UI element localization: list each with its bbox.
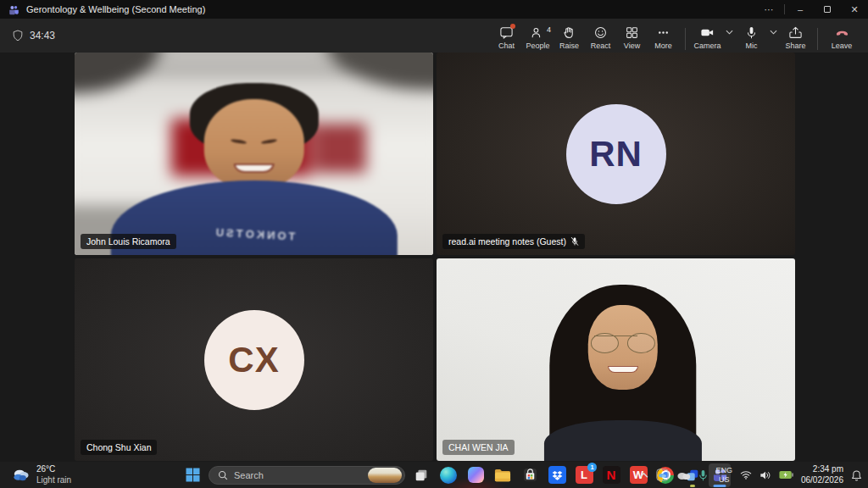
folder-icon xyxy=(494,468,511,483)
titlebar-divider xyxy=(784,4,785,14)
cloud-app-tray-icon[interactable] xyxy=(656,469,669,481)
react-button[interactable]: React xyxy=(585,22,616,50)
netflix-glyph: N xyxy=(603,466,620,484)
participant-video-person xyxy=(437,258,795,461)
language-line2: US xyxy=(715,475,732,485)
file-explorer-icon[interactable] xyxy=(492,463,514,487)
weather-temp: 26°C xyxy=(36,464,71,475)
maximize-button[interactable] xyxy=(814,0,841,19)
start-button[interactable] xyxy=(181,463,203,487)
meeting-stage: TONKOTSU John Louis Ricamora RN read.ai … xyxy=(0,53,868,462)
copilot-icon[interactable] xyxy=(465,463,487,487)
view-button[interactable]: View xyxy=(616,22,648,50)
mic-label: Mic xyxy=(746,42,758,50)
camera-options-chevron[interactable] xyxy=(723,22,736,35)
mic-muted-icon xyxy=(570,236,579,247)
participant-nametag: read.ai meeting notes (Guest) xyxy=(442,234,585,249)
windows-taskbar: 26°C Light rain xyxy=(0,462,868,488)
l-app-notification-badge: 1 xyxy=(587,463,597,472)
mic-options-chevron[interactable] xyxy=(767,22,780,35)
notification-bell-icon[interactable] xyxy=(851,469,862,481)
camera-button[interactable]: Camera xyxy=(692,22,723,50)
chevron-down-icon xyxy=(726,30,733,35)
taskbar-search[interactable] xyxy=(209,466,405,485)
system-tray: ENG US 2:34 pm 06/02/2026 xyxy=(639,462,864,488)
leave-label: Leave xyxy=(832,42,853,50)
camera-icon xyxy=(700,25,715,40)
raise-hand-icon xyxy=(562,25,576,40)
language-switcher[interactable]: ENG US xyxy=(715,466,732,485)
volume-icon[interactable] xyxy=(760,470,771,480)
toolbar-divider xyxy=(685,28,686,50)
participant-name: John Louis Ricamora xyxy=(86,236,170,247)
shield-icon xyxy=(12,30,24,42)
language-line1: ENG xyxy=(715,466,732,475)
participant-name: Chong Shu Xian xyxy=(86,442,151,452)
onedrive-icon[interactable] xyxy=(676,470,691,480)
toolbar-divider xyxy=(817,28,818,50)
people-icon xyxy=(531,25,545,40)
edge-icon[interactable] xyxy=(437,463,459,487)
share-label: Share xyxy=(785,42,805,50)
teams-logo-icon xyxy=(8,4,19,15)
video-tile-read-ai-notes[interactable]: RN read.ai meeting notes (Guest) xyxy=(437,53,795,255)
leave-button[interactable]: Leave xyxy=(824,22,860,50)
microsoft-store-icon[interactable] xyxy=(519,463,541,487)
meeting-timer: 34:43 xyxy=(12,30,55,42)
netflix-icon[interactable]: N xyxy=(600,463,622,487)
avatar-initials: CX xyxy=(228,340,279,380)
chat-button[interactable]: Chat xyxy=(491,22,522,50)
video-tile-chai-wen-jia[interactable]: CHAI WEN JIA xyxy=(437,258,795,461)
dropbox-glyph xyxy=(552,470,563,480)
weather-widget[interactable]: 26°C Light rain xyxy=(7,462,76,488)
participant-name: read.ai meeting notes (Guest) xyxy=(448,236,566,247)
people-button[interactable]: 4 People xyxy=(522,22,554,50)
red-l-app-icon[interactable]: L 1 xyxy=(573,463,595,487)
task-view-button[interactable] xyxy=(410,463,432,487)
window-title: Gerontology & Wellbeing (Second Meeting) xyxy=(26,4,205,14)
mic-tray-icon[interactable] xyxy=(698,469,708,481)
more-label: More xyxy=(654,42,672,50)
clock-time: 2:34 pm xyxy=(801,464,843,475)
wifi-icon[interactable] xyxy=(740,470,752,480)
chat-notification-dot xyxy=(510,24,515,29)
participant-nametag: John Louis Ricamora xyxy=(81,234,176,249)
window-more-options-button[interactable]: ⋯ xyxy=(755,0,782,19)
video-tile-john-louis-ricamora[interactable]: TONKOTSU John Louis Ricamora xyxy=(75,53,433,255)
participant-name: CHAI WEN JIA xyxy=(448,442,509,452)
mic-icon xyxy=(744,25,759,40)
participant-nametag: CHAI WEN JIA xyxy=(442,440,515,455)
mic-button[interactable]: Mic xyxy=(736,22,767,50)
dropbox-icon[interactable] xyxy=(546,463,568,487)
video-tile-chong-shu-xian[interactable]: CX Chong Shu Xian xyxy=(75,258,433,461)
clock-date: 06/02/2026 xyxy=(801,475,843,486)
maximize-icon xyxy=(824,6,831,13)
camera-label: Camera xyxy=(693,42,721,50)
search-icon xyxy=(218,470,228,480)
hidden-icons-chevron[interactable] xyxy=(639,472,648,479)
more-ellipsis-icon xyxy=(656,25,670,40)
avatar-initials: RN xyxy=(589,134,643,175)
chat-label: Chat xyxy=(498,42,515,50)
share-button[interactable]: Share xyxy=(780,22,811,50)
more-button[interactable]: More xyxy=(648,22,679,50)
view-grid-icon xyxy=(625,25,639,40)
avatar: CX xyxy=(204,310,304,410)
leave-call-icon xyxy=(834,25,850,40)
raise-hand-button[interactable]: Raise xyxy=(554,22,585,50)
meeting-toolbar: 34:43 Chat 4 People Rais xyxy=(0,19,868,53)
search-daily-image[interactable] xyxy=(368,468,402,483)
windows-logo-icon xyxy=(186,468,200,482)
raise-label: Raise xyxy=(559,42,579,50)
timer-value: 34:43 xyxy=(30,30,55,42)
search-input[interactable] xyxy=(234,470,362,480)
store-bag-icon xyxy=(522,467,538,483)
task-view-icon xyxy=(414,468,429,483)
chevron-down-icon xyxy=(770,30,777,35)
avatar: RN xyxy=(566,104,666,204)
people-label: People xyxy=(526,42,549,50)
close-button[interactable]: ✕ xyxy=(841,0,868,19)
battery-icon[interactable] xyxy=(779,470,793,480)
minimize-button[interactable]: – xyxy=(787,0,814,19)
taskbar-clock[interactable]: 2:34 pm 06/02/2026 xyxy=(801,464,843,485)
